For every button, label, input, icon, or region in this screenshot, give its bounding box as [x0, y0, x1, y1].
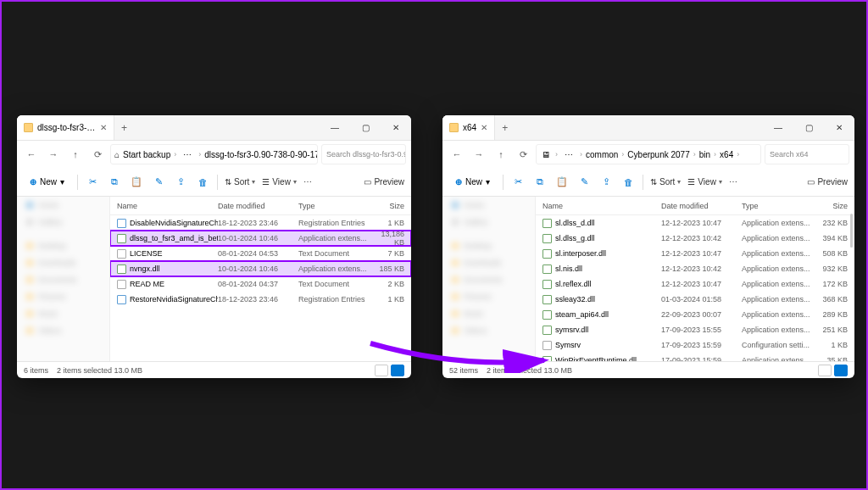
copy-icon[interactable]: ⧉ — [107, 175, 122, 190]
window-controls: — ▢ ✕ — [763, 115, 854, 141]
file-size: 251 KB — [816, 326, 854, 334]
refresh-button[interactable]: ⟳ — [88, 145, 107, 164]
col-type[interactable]: Type — [742, 202, 816, 210]
paste-icon[interactable]: 📋 — [129, 175, 144, 190]
col-name[interactable]: Name — [110, 202, 218, 210]
crumb-ellipsis[interactable]: ⋯ — [561, 150, 576, 159]
new-tab-button[interactable]: + — [114, 122, 134, 134]
table-row[interactable]: nvngx.dll10-01-2024 10:46Application ext… — [110, 261, 411, 276]
table-row[interactable]: DisableNvidiaSignatureChecks18-12-2023 2… — [110, 215, 411, 231]
crumb[interactable]: x64 — [720, 150, 733, 159]
table-row[interactable]: RestoreNvidiaSignatureChecks18-12-2023 2… — [110, 292, 411, 307]
delete-icon[interactable]: 🗑 — [620, 175, 636, 190]
rename-icon[interactable]: ✎ — [576, 175, 592, 190]
back-button[interactable]: ← — [22, 145, 41, 164]
window-controls: — ▢ ✕ — [320, 115, 411, 141]
table-row[interactable]: symsrv.dll17-09-2023 15:55Application ex… — [536, 322, 854, 337]
cut-icon[interactable]: ✂ — [85, 175, 100, 190]
file-icon — [542, 249, 552, 259]
table-row[interactable]: sl.reflex.dll12-12-2023 10:47Application… — [536, 276, 854, 292]
copy-icon[interactable]: ⧉ — [532, 175, 548, 190]
file-type: Application extens... — [298, 264, 373, 273]
refresh-button[interactable]: ⟳ — [514, 145, 532, 164]
item-count: 52 items — [449, 366, 478, 375]
file-date: 12-12-2023 10:47 — [661, 219, 742, 227]
file-date: 12-12-2023 10:47 — [661, 249, 742, 258]
file-list[interactable]: Name Date modified Type Size sl.dlss_d.d… — [536, 197, 854, 361]
address-bar: ← → ↑ ⟳ 🖥 › ⋯ › common › Cyberpunk 2077 … — [442, 141, 854, 168]
details-view-icon[interactable] — [391, 365, 404, 376]
new-tab-button[interactable]: + — [495, 122, 515, 134]
sidebar[interactable]: Home Gallery Desktop Downloads Documents… — [442, 197, 536, 361]
search-input[interactable]: Search x64 — [765, 144, 849, 164]
col-size[interactable]: Size — [373, 202, 411, 210]
table-row[interactable]: steam_api64.dll22-09-2023 00:07Applicati… — [536, 307, 854, 322]
forward-button[interactable]: → — [44, 145, 63, 164]
crumb-folder[interactable]: dlssg-to-fsr3-0.90-738-0-90-170486409 — [204, 150, 318, 159]
crumb[interactable]: Cyberpunk 2077 — [627, 150, 689, 159]
table-row[interactable]: Symsrv17-09-2023 15:59Configuration sett… — [536, 337, 854, 353]
cut-icon[interactable]: ✂ — [510, 175, 526, 190]
paste-icon[interactable]: 📋 — [554, 175, 570, 190]
close-button[interactable]: ✕ — [381, 115, 411, 141]
breadcrumb[interactable]: ⌂ Start backup › ⋯ › dlssg-to-fsr3-0.90-… — [110, 144, 318, 164]
table-row[interactable]: dlssg_to_fsr3_amd_is_better.dll10-01-202… — [110, 231, 411, 246]
close-icon[interactable]: ✕ — [100, 123, 107, 132]
table-row[interactable]: LICENSE08-01-2024 04:53Text Document7 KB — [110, 246, 411, 261]
scrollbar[interactable] — [850, 214, 853, 248]
crumb[interactable]: common — [586, 150, 618, 159]
table-row[interactable]: sl.nis.dll12-12-2023 10:42Application ex… — [536, 261, 854, 276]
tab-active[interactable]: dlssg-to-fsr3-0.90-738-0-90-1... ✕ — [17, 115, 114, 140]
col-date[interactable]: Date modified — [661, 202, 742, 210]
file-list[interactable]: Name Date modified Type Size DisableNvid… — [110, 197, 411, 361]
minimize-button[interactable]: — — [320, 115, 350, 141]
table-row[interactable]: sl.interposer.dll12-12-2023 10:47Applica… — [536, 246, 854, 261]
share-icon[interactable]: ⇪ — [598, 175, 614, 190]
up-button[interactable]: ↑ — [66, 145, 85, 164]
preview-button[interactable]: ▭ Preview — [364, 177, 404, 187]
crumb[interactable]: bin — [699, 150, 710, 159]
up-button[interactable]: ↑ — [492, 145, 510, 164]
sort-button[interactable]: ⇅ Sort▾ — [650, 177, 681, 187]
crumb-home[interactable]: Start backup — [123, 150, 170, 159]
details-view-icon[interactable] — [834, 365, 848, 376]
minimize-button[interactable]: — — [763, 115, 793, 141]
list-view-icon[interactable] — [375, 365, 388, 376]
file-date: 17-09-2023 15:59 — [661, 341, 742, 349]
more-button[interactable]: ⋯ — [729, 177, 737, 187]
back-button[interactable]: ← — [448, 145, 466, 164]
table-row[interactable]: READ ME08-01-2024 04:37Text Document2 KB — [110, 276, 411, 292]
col-name[interactable]: Name — [536, 202, 661, 210]
search-input[interactable]: Search dlssg-to-fsr3-0.90-738... — [321, 144, 406, 164]
table-row[interactable]: sl.dlss_d.dll12-12-2023 10:47Application… — [536, 215, 854, 231]
close-button[interactable]: ✕ — [824, 115, 854, 141]
file-size: 932 KB — [816, 264, 854, 273]
share-icon[interactable]: ⇪ — [173, 175, 188, 190]
col-date[interactable]: Date modified — [218, 202, 298, 210]
view-button[interactable]: ☰ View▾ — [687, 177, 722, 187]
sidebar[interactable]: Home Gallery Desktop Downloads Documents… — [17, 197, 110, 361]
list-view-icon[interactable] — [818, 365, 832, 376]
preview-button[interactable]: ▭ Preview — [807, 177, 848, 187]
view-button[interactable]: ☰ View▾ — [262, 177, 297, 187]
more-button[interactable]: ⋯ — [303, 177, 312, 187]
maximize-button[interactable]: ▢ — [350, 115, 381, 141]
table-row[interactable]: WinPixEventRuntime.dll17-09-2023 15:59Ap… — [536, 353, 854, 361]
tab-active[interactable]: x64 ✕ — [442, 115, 495, 140]
col-type[interactable]: Type — [298, 202, 373, 210]
crumb-ellipsis[interactable]: ⋯ — [180, 150, 195, 159]
sort-button[interactable]: ⇅ Sort▾ — [225, 177, 255, 187]
file-name: steam_api64.dll — [555, 310, 609, 319]
table-row[interactable]: sl.dlss_g.dll12-12-2023 10:42Application… — [536, 231, 854, 246]
col-size[interactable]: Size — [816, 202, 854, 210]
new-button[interactable]: ⊕New▾ — [449, 175, 496, 189]
forward-button[interactable]: → — [470, 145, 488, 164]
breadcrumb[interactable]: 🖥 › ⋯ › common › Cyberpunk 2077 › bin › … — [536, 144, 761, 164]
rename-icon[interactable]: ✎ — [151, 175, 166, 190]
table-row[interactable]: ssleay32.dll01-03-2024 01:58Application … — [536, 292, 854, 307]
file-size: 1 KB — [816, 341, 854, 349]
maximize-button[interactable]: ▢ — [793, 115, 824, 141]
delete-icon[interactable]: 🗑 — [195, 175, 210, 190]
new-button[interactable]: ⊕New▾ — [24, 175, 70, 189]
close-icon[interactable]: ✕ — [481, 123, 487, 132]
